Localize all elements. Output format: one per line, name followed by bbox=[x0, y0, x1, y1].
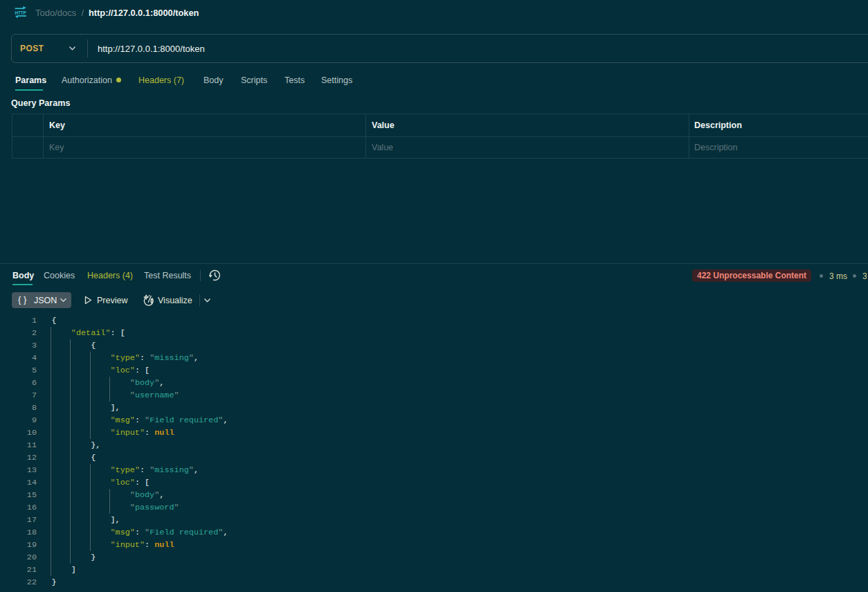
svg-text:HTTP: HTTP bbox=[15, 10, 26, 16]
